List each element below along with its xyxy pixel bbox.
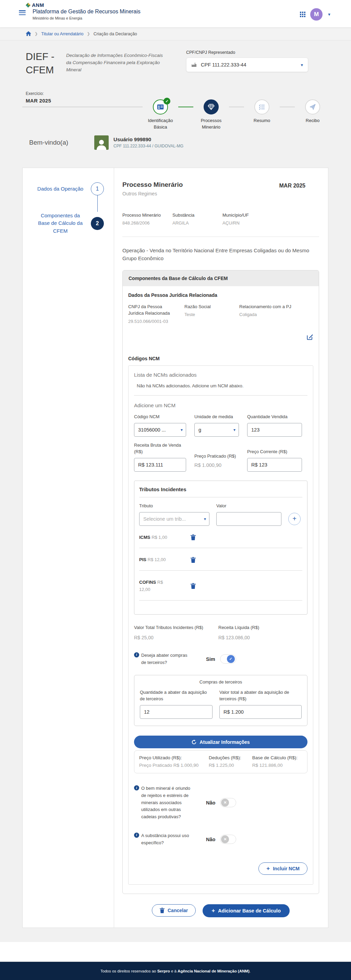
toggle-answer-label: Sim (206, 656, 215, 662)
valor-abater-label: Valor total a abater da aquisição de ter… (219, 689, 302, 702)
incluir-ncm-button[interactable]: + Incluir NCM (259, 862, 308, 875)
tributo-valor-input[interactable] (216, 512, 281, 526)
represented-select[interactable]: CPF 111.222.333-44 ▾ (186, 57, 308, 72)
total-tributos: Valor Total Tributos Incidentes (R$) R$ … (134, 625, 218, 640)
prefooter-strip (0, 942, 351, 962)
receita-liquida: Receita Líquida (R$) R$ 123.086,00 (218, 625, 308, 640)
add-tributo-button[interactable]: + (288, 513, 300, 525)
components-card: Componentes da Base de Cálculo da CFEM D… (122, 270, 319, 894)
receita-bruta-input[interactable] (134, 458, 186, 472)
receita-bruta-label: Receita Bruta de Venda (R$) (134, 442, 186, 455)
apps-grid-icon[interactable] (300, 12, 305, 17)
tributos-box: Tributos Incidentes Tributo Selecione um… (134, 480, 308, 615)
toggle-answer-label: Não (206, 837, 215, 842)
meta-substancia: Substância ARGILA (172, 212, 222, 226)
adicionar-base-calculo-button[interactable]: + Adicionar Base de Cálculo (203, 904, 290, 917)
info-icon: i (134, 652, 139, 657)
factory-icon (191, 62, 197, 67)
ncm-list-title: Lista de NCMs adicionados (134, 372, 308, 378)
chevron-down-icon: ▾ (204, 517, 206, 521)
user-menu-caret-icon[interactable]: ▼ (327, 12, 331, 16)
step-connector (280, 107, 295, 107)
main-content: Processo Minerário Outros Regimes MAR 20… (114, 168, 328, 928)
anm-diamond-icon (26, 3, 30, 8)
toggle-x-icon: ✕ (221, 799, 229, 807)
ncm-empty-message: Não há NCMs adicionados. Adicione um NCM… (137, 383, 308, 388)
preco-corrente-input[interactable] (247, 458, 302, 472)
valor-abater-input[interactable] (219, 705, 302, 719)
sidebar-item-componentes-base[interactable]: Componentes da Base de Cálculo da CFEM 2 (22, 212, 114, 235)
footer-text: Todos os direitos reservados ao Serpro e… (100, 969, 251, 973)
divider (134, 395, 308, 396)
user-detail: CPF 111.222.333-44 / GUIDOVAL-MG (113, 144, 183, 148)
home-icon[interactable] (26, 31, 31, 37)
valor-label: Valor (216, 503, 281, 509)
meta-municipio-uf: Município/UF AÇU/RN (222, 212, 319, 226)
codigo-ncm-select[interactable]: 31056000 ... ▾ (134, 423, 186, 437)
refresh-icon (192, 740, 196, 745)
step-number-1: 1 (91, 182, 104, 196)
process-period: MAR 2025 (280, 183, 305, 189)
edit-pj-button[interactable] (307, 334, 313, 340)
anm-logo[interactable]: ANM (26, 2, 330, 8)
process-subtitle: Outros Regimes (122, 191, 183, 196)
step-identificacao-basica[interactable]: ✓ Identificação Básica (143, 99, 178, 130)
step-recibo[interactable]: Recibo (295, 99, 330, 124)
id-card-icon (157, 104, 164, 110)
abater-toggle[interactable]: ✓ (220, 654, 236, 663)
plus-icon: + (266, 865, 270, 872)
toggle-check-icon: ✓ (227, 655, 235, 663)
trash-icon (191, 557, 196, 563)
step-number-2: 2 (91, 217, 104, 230)
breadcrumb-separator: ❯ (35, 32, 38, 36)
app-subtitle: Ministério de Minas e Energia (33, 16, 141, 20)
chevron-down-icon: ▾ (300, 62, 303, 67)
chevron-down-icon: ▾ (181, 428, 183, 432)
quantidade-abater-input[interactable] (140, 705, 213, 719)
main-card: Dados da Operação 1 Componentes da Base … (22, 168, 329, 928)
sidebar-item-dados-operacao[interactable]: Dados da Operação 1 (22, 182, 114, 196)
process-title: Processo Minerário (122, 181, 183, 189)
step-processos-minerario[interactable]: Processos Minerário (193, 99, 229, 130)
sidebar-step-connector (97, 196, 98, 212)
breadcrumb-link-titular[interactable]: Titular ou Arrendatário (41, 32, 83, 37)
unidade-medida-label: Unidade de medida (194, 414, 239, 420)
menu-hamburger-icon[interactable] (19, 10, 26, 15)
represented-label: CPF/CNPJ Representado (186, 50, 308, 55)
uso-especifico-toggle[interactable]: ✕ (220, 835, 236, 844)
preco-praticado-label: Preço Praticado (R$) (194, 453, 239, 460)
rejeitos-toggle[interactable]: ✕ (220, 798, 236, 807)
divider (139, 548, 302, 548)
delete-tributo-pis-button[interactable] (191, 557, 196, 563)
unidade-medida-select[interactable]: g ▾ (194, 423, 239, 437)
wizard-stepper: ✓ Identificação Básica Processos Minerár… (22, 99, 330, 130)
summary-list-icon (259, 104, 265, 110)
welcome-text: Bem-vindo(a) (29, 139, 68, 146)
step-resumo[interactable]: Resumo (244, 99, 280, 124)
app-header: ANM Plataforma de Gestão de Recursos Min… (0, 0, 351, 27)
compras-terceiros-box: Compras de terceiros Quantidade a abater… (134, 675, 308, 726)
atualizar-informacoes-button[interactable]: Atualizar Informações (134, 736, 308, 748)
step-connector (178, 107, 193, 107)
tributo-label: Tributo (139, 503, 210, 509)
paper-plane-icon (310, 104, 316, 110)
edit-pencil-icon (307, 334, 313, 340)
summary-preco-utilizado: Preço Utilizado (R$): Preço Praticado R$… (139, 755, 205, 768)
question-abater-compras: i Deseja abater compras de terceiros? Si… (134, 652, 308, 667)
delete-tributo-cofins-button[interactable] (191, 583, 196, 589)
divider (139, 570, 302, 571)
user-photo-icon (94, 135, 109, 150)
user-avatar[interactable]: M (310, 8, 322, 21)
delete-tributo-icms-button[interactable] (191, 535, 196, 540)
cancelar-button[interactable]: Cancelar (152, 904, 196, 916)
compras-legend: Compras de terceiros (140, 679, 302, 684)
info-icon: i (134, 785, 139, 791)
quantidade-vendida-input[interactable] (247, 423, 302, 437)
app-title: Plataforma de Gestão de Recursos Minerai… (33, 9, 141, 15)
trash-icon (191, 583, 196, 589)
pj-field-razao-social: Razão Social Teste (184, 303, 234, 325)
step-complete-check-icon: ✓ (164, 98, 170, 105)
page-title: DIEF - CFEM (26, 50, 66, 77)
tributo-select[interactable]: Selecione um trib... ▾ (139, 512, 210, 526)
welcome-section: Bem-vindo(a) Usuário 999890 CPF 111.222.… (29, 135, 329, 150)
